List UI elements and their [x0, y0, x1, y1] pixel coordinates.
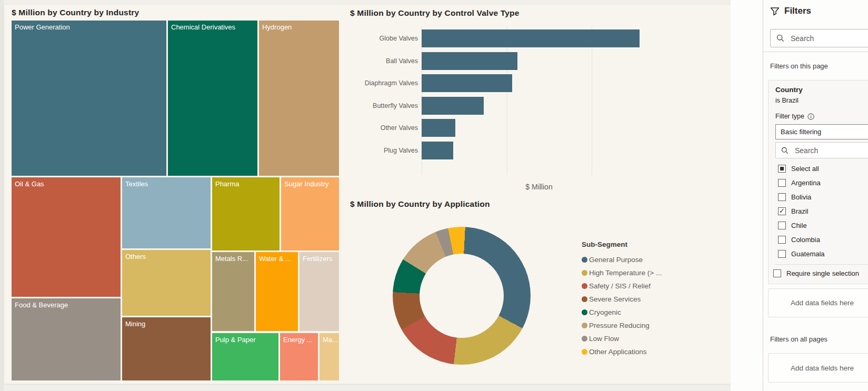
treemap-tile[interactable]: Pharma	[212, 177, 280, 250]
treemap-tile[interactable]: Food & Beverage	[12, 298, 121, 380]
treemap-tile[interactable]: Power Generation	[12, 21, 166, 176]
treemap-tile[interactable]: Metals R...	[212, 252, 254, 331]
filter-type-dropdown[interactable]: Basic filtering	[775, 124, 868, 139]
filter-option-bolivia[interactable]: Bolivia	[775, 190, 868, 204]
bar-x-axis-title: $ Million	[422, 183, 656, 191]
checkbox[interactable]	[778, 193, 786, 201]
treemap-tile[interactable]: Energy ...	[280, 333, 318, 380]
bar[interactable]	[422, 142, 453, 159]
treemap-tile-label: Power Generation	[12, 21, 166, 34]
option-label: Bolivia	[791, 193, 811, 201]
treemap-tile[interactable]: Fertilizers	[300, 252, 339, 331]
legend-dot	[582, 349, 587, 355]
option-label: Select all	[791, 165, 819, 173]
filter-type-label: Filter type	[775, 113, 804, 120]
treemap-tile-label: Food & Beverage	[12, 298, 121, 312]
option-label: Chile	[791, 222, 807, 229]
checkbox[interactable]	[778, 250, 786, 258]
bar-chart-title: $ Million by Country by Control Valve Ty…	[350, 8, 520, 18]
treemap-tile-label: Metals R...	[212, 252, 254, 265]
filter-option-chile[interactable]: Chile	[775, 218, 868, 233]
treemap-tile-label: Sugar Industry	[281, 177, 339, 191]
legend-item[interactable]: Low Flow	[582, 332, 662, 345]
filter-option-list: Select allArgentinaBoliviaBrazilChileCol…	[775, 162, 868, 261]
treemap-tile[interactable]: Mining	[122, 317, 211, 380]
search-icon	[781, 147, 789, 154]
treemap-tile[interactable]: Textiles	[122, 177, 211, 248]
legend-label: Cryogenic	[589, 308, 621, 316]
option-label: Colombia	[791, 236, 820, 244]
filter-option-colombia[interactable]: Colombia	[775, 233, 868, 247]
filter-option-argentina[interactable]: Argentina	[775, 176, 868, 190]
treemap-tile-label: Hydrogen	[259, 21, 339, 34]
legend-label: Low Flow	[589, 335, 619, 343]
bar-category-label: Butterfly Valves	[346, 102, 422, 109]
treemap-tile[interactable]: Oil & Gas	[12, 177, 121, 297]
donut-chart[interactable]	[393, 227, 531, 365]
bar-category-label: Plug Valves	[346, 147, 422, 154]
treemap-tile[interactable]: Sugar Industry	[281, 177, 339, 250]
legend-item[interactable]: Cryogenic	[582, 306, 662, 319]
card-search-input[interactable]	[794, 146, 864, 155]
require-single-checkbox[interactable]	[773, 269, 781, 277]
pane-search-input[interactable]	[790, 34, 860, 43]
card-search-box[interactable]	[775, 142, 868, 158]
filter-option-select-all[interactable]: Select all	[775, 162, 868, 176]
bar-row: Other Valves	[346, 119, 656, 137]
treemap-tile[interactable]: Ma...	[320, 333, 339, 380]
filters-on-this-page-label: Filters on this page	[770, 62, 828, 70]
option-label: Guatemala	[791, 250, 825, 258]
treemap-tile-label: Mining	[122, 317, 211, 330]
treemap-tile[interactable]: Chemical Derivatives	[168, 21, 257, 176]
legend-dot	[582, 270, 587, 276]
option-list-separator	[775, 264, 868, 265]
legend-title: Sub-Segment	[582, 240, 662, 248]
bar-category-label: Diaphragm Valves	[346, 79, 422, 87]
filter-option-brazil[interactable]: Brazil	[775, 204, 868, 218]
filter-field-name: Country	[775, 86, 868, 94]
treemap-tile-label: Pulp & Paper	[212, 333, 278, 346]
bar[interactable]	[422, 97, 484, 115]
treemap-tile-label: Textiles	[122, 177, 211, 191]
bar[interactable]	[422, 74, 512, 92]
donut-hole	[420, 254, 504, 338]
legend-item[interactable]: General Purpose	[582, 253, 662, 266]
legend-label: Safety / SIS / Relief	[589, 282, 651, 290]
checkbox[interactable]	[778, 179, 786, 187]
checkbox[interactable]	[778, 236, 786, 244]
treemap-tile[interactable]: Pulp & Paper	[212, 333, 278, 380]
country-filter-card[interactable]: Country is Brazil Filter type Basic filt…	[768, 80, 868, 284]
checkbox[interactable]	[778, 165, 786, 173]
report-page: $ Million by Country by Industry Power G…	[0, 0, 868, 391]
bar[interactable]	[422, 119, 455, 137]
legend-item[interactable]: Other Applications	[582, 345, 662, 358]
left-gutter	[0, 0, 4, 391]
pane-search-box[interactable]	[770, 29, 868, 47]
treemap-tile[interactable]: Hydrogen	[259, 21, 339, 176]
filter-funnel-icon	[770, 7, 780, 16]
legend-item[interactable]: Safety / SIS / Relief	[582, 279, 662, 293]
bar[interactable]	[422, 29, 640, 47]
bar[interactable]	[422, 52, 517, 70]
require-single-selection-row[interactable]: Require single selection	[775, 269, 868, 277]
legend-item[interactable]: Pressure Reducing	[582, 319, 662, 332]
bar-category-label: Globe Valves	[346, 35, 422, 42]
treemap-tile[interactable]: Others	[122, 250, 211, 316]
bar-row: Diaphragm Valves	[346, 74, 656, 92]
treemap-tile-label: Energy ...	[280, 333, 318, 346]
filter-option-guatemala[interactable]: Guatemala	[775, 247, 868, 261]
info-icon[interactable]	[807, 113, 814, 120]
checkbox[interactable]	[778, 222, 786, 229]
treemap-tile[interactable]: Water & ...	[256, 252, 298, 331]
legend-item[interactable]: Severe Services	[582, 293, 662, 306]
add-fields-label: Add data fields here	[791, 364, 854, 372]
treemap-tile-label: Ma...	[320, 333, 339, 346]
add-data-fields-dropzone-page[interactable]: Add data fields here	[768, 288, 868, 317]
report-canvas: $ Million by Country by Industry Power G…	[4, 4, 732, 384]
treemap-tile-label: Chemical Derivatives	[168, 21, 257, 34]
legend-item[interactable]: High Temperature (> ...	[582, 266, 662, 279]
treemap-tile-label: Oil & Gas	[12, 177, 121, 191]
checkbox[interactable]	[778, 207, 786, 215]
add-data-fields-dropzone-all[interactable]: Add data fields here	[768, 353, 868, 383]
bar-row: Butterfly Valves	[346, 97, 656, 115]
